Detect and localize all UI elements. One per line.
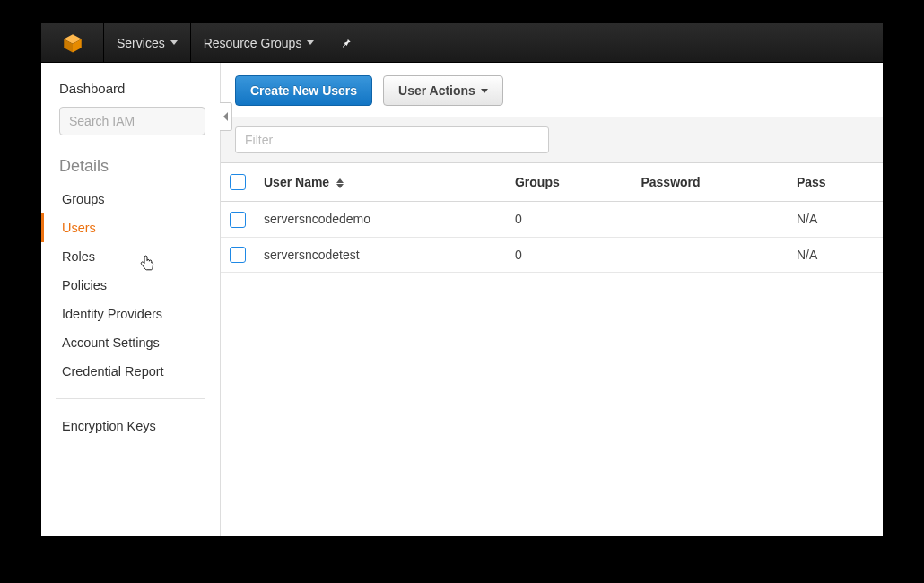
table-row[interactable]: serversncodedemo 0 N/A — [221, 202, 883, 237]
sidebar-search-wrap — [41, 101, 220, 144]
sidebar-divider — [56, 398, 205, 399]
chevron-left-icon — [223, 112, 228, 121]
nav-resource-groups[interactable]: Resource Groups — [191, 23, 328, 62]
table-row[interactable]: serversncodetest 0 N/A — [221, 237, 883, 272]
cell-password — [632, 237, 787, 272]
cube-icon — [62, 32, 83, 54]
search-input[interactable] — [59, 107, 205, 135]
sidebar-item-roles[interactable]: Roles — [41, 242, 220, 271]
chevron-down-icon — [170, 40, 178, 45]
sidebar-item-credential-report[interactable]: Credential Report — [41, 357, 220, 386]
sidebar-item-groups[interactable]: Groups — [41, 185, 220, 213]
chevron-down-icon — [307, 40, 314, 45]
col-user-name[interactable]: User Name — [255, 163, 506, 202]
action-bar: Create New Users User Actions — [221, 63, 883, 117]
chevron-down-icon — [481, 89, 488, 93]
create-new-users-label: Create New Users — [250, 83, 357, 98]
sort-icon — [336, 178, 344, 188]
sidebar-details-heading: Details — [41, 144, 220, 185]
sidebar-item-policies[interactable]: Policies — [41, 271, 220, 300]
nav-resource-groups-label: Resource Groups — [204, 36, 302, 50]
nav-services[interactable]: Services — [104, 23, 191, 62]
sidebar-item-users[interactable]: Users — [41, 213, 220, 242]
pin-icon — [340, 37, 353, 49]
aws-logo[interactable] — [41, 23, 104, 62]
col-user-name-label: User Name — [264, 175, 329, 189]
col-password[interactable]: Password — [632, 163, 787, 202]
sidebar-dashboard[interactable]: Dashboard — [41, 72, 220, 101]
table-checkbox-all[interactable] — [230, 174, 246, 190]
sidebar-item-identity-providers[interactable]: Identity Providers — [41, 300, 220, 328]
top-navbar: Services Resource Groups — [41, 23, 883, 63]
filter-bar — [221, 117, 883, 163]
sidebar-item-account-settings[interactable]: Account Settings — [41, 328, 220, 357]
col-groups[interactable]: Groups — [506, 163, 632, 202]
main-content: Create New Users User Actions User Name — [221, 63, 883, 536]
table-checkbox[interactable] — [230, 247, 246, 263]
sidebar-item-encryption-keys[interactable]: Encryption Keys — [41, 412, 220, 440]
user-actions-button[interactable]: User Actions — [383, 75, 503, 106]
cell-password-last-used: N/A — [788, 237, 883, 272]
filter-input[interactable] — [235, 126, 549, 153]
app-frame: Services Resource Groups Dashboard Detai… — [41, 23, 883, 536]
nav-pin[interactable] — [327, 23, 365, 62]
col-password-last-used[interactable]: Pass — [788, 163, 883, 202]
cell-user-name: serversncodetest — [255, 237, 506, 272]
nav-services-label: Services — [117, 36, 165, 50]
cell-groups: 0 — [506, 202, 632, 237]
user-actions-label: User Actions — [398, 83, 475, 98]
cell-groups: 0 — [506, 237, 632, 272]
cell-password — [632, 202, 787, 237]
table-checkbox[interactable] — [230, 212, 246, 228]
cell-user-name: serversncodedemo — [255, 202, 506, 237]
body: Dashboard Details Groups Users Roles Pol… — [41, 63, 883, 536]
sidebar-collapse-toggle[interactable] — [220, 102, 232, 131]
sidebar: Dashboard Details Groups Users Roles Pol… — [41, 63, 221, 536]
users-table: User Name Groups Password Pass serversnc… — [221, 163, 883, 273]
create-new-users-button[interactable]: Create New Users — [235, 75, 372, 106]
cell-password-last-used: N/A — [788, 202, 883, 237]
